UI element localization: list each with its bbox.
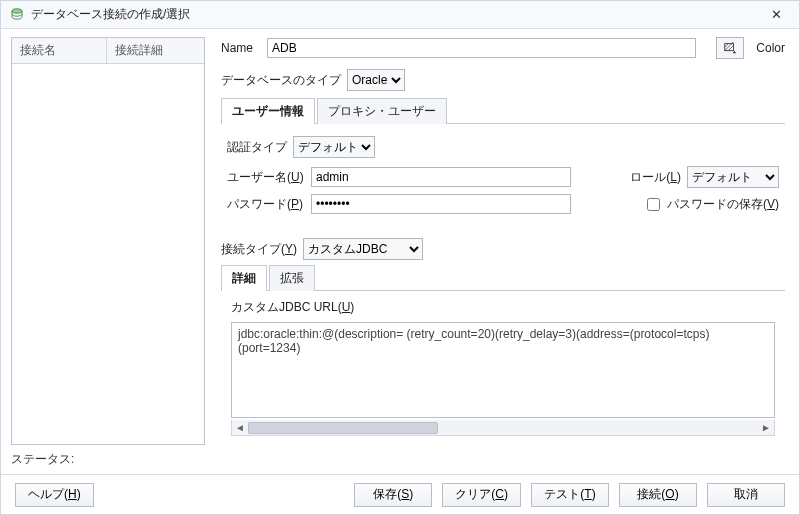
save-button[interactable]: 保存(S) [354, 483, 432, 507]
username-label: ユーザー名(U) [227, 169, 305, 186]
auth-type-label: 認証タイプ [227, 139, 287, 156]
connection-list-panel: 接続名 接続詳細 ステータス: [1, 29, 211, 474]
dbtype-select[interactable]: Oracle [347, 69, 405, 91]
tab-proxy-user[interactable]: プロキシ・ユーザー [317, 98, 447, 124]
test-button[interactable]: テスト(T) [531, 483, 609, 507]
tab-user-info[interactable]: ユーザー情報 [221, 98, 315, 124]
conn-type-select[interactable]: カスタムJDBC [303, 238, 423, 260]
auth-type-select[interactable]: デフォルト [293, 136, 375, 158]
col-header-name[interactable]: 接続名 [12, 38, 107, 63]
user-info-section: 認証タイプ デフォルト ユーザー名(U) ロール(L) デフォルト [221, 128, 785, 224]
close-icon: ✕ [771, 7, 782, 22]
footer: ヘルプ(H) 保存(S) クリア(C) テスト(T) 接続(O) 取消 [1, 474, 799, 514]
color-label: Color [756, 41, 785, 55]
role-select[interactable]: デフォルト [687, 166, 779, 188]
color-picker-button[interactable] [716, 37, 744, 59]
sub-tabbar: 詳細 拡張 [221, 264, 785, 291]
scroll-right-icon[interactable]: ► [758, 421, 774, 435]
clear-button[interactable]: クリア(C) [442, 483, 521, 507]
password-input[interactable] [311, 194, 571, 214]
dialog-window: データベース接続の作成/選択 ✕ 接続名 接続詳細 ステータス: Name [0, 0, 800, 515]
conn-type-label: 接続タイプ(Y) [221, 241, 297, 258]
connect-button[interactable]: 接続(O) [619, 483, 697, 507]
color-picker-icon [723, 41, 737, 55]
status-label: ステータス: [11, 445, 205, 470]
svg-point-0 [12, 8, 22, 12]
name-input[interactable] [267, 38, 696, 58]
scroll-left-icon[interactable]: ◄ [232, 421, 248, 435]
scroll-thumb[interactable] [248, 422, 438, 434]
name-label: Name [221, 41, 261, 55]
client-area: 接続名 接続詳細 ステータス: Name [1, 29, 799, 514]
close-button[interactable]: ✕ [759, 4, 793, 26]
jdbc-url-textarea[interactable]: jdbc:oracle:thin:@(description= (retry_c… [231, 322, 775, 418]
cancel-button[interactable]: 取消 [707, 483, 785, 507]
connection-list[interactable]: 接続名 接続詳細 [11, 37, 205, 445]
save-password-check[interactable] [647, 198, 660, 211]
role-label: ロール(L) [630, 169, 681, 186]
col-header-detail[interactable]: 接続詳細 [107, 38, 204, 63]
titlebar: データベース接続の作成/選択 ✕ [1, 1, 799, 29]
main-tabbar: ユーザー情報 プロキシ・ユーザー [221, 97, 785, 124]
dbtype-label: データベースのタイプ [221, 72, 341, 89]
list-header: 接続名 接続詳細 [12, 38, 204, 64]
password-label: パスワード(P) [227, 196, 305, 213]
tab-extended[interactable]: 拡張 [269, 265, 315, 291]
save-password-label: パスワードの保存(V) [667, 196, 779, 213]
jdbc-url-label: カスタムJDBC URL(U) [231, 299, 785, 316]
tab-detail[interactable]: 詳細 [221, 265, 267, 291]
form-panel: Name Color データベースのタイプ Oracle [211, 29, 799, 474]
help-button[interactable]: ヘルプ(H) [15, 483, 94, 507]
scroll-track[interactable] [248, 421, 758, 435]
jdbc-url-hscrollbar[interactable]: ◄ ► [231, 420, 775, 436]
dialog-title: データベース接続の作成/選択 [31, 6, 190, 23]
app-icon [9, 7, 25, 23]
username-input[interactable] [311, 167, 571, 187]
save-password-checkbox[interactable]: パスワードの保存(V) [643, 195, 779, 214]
